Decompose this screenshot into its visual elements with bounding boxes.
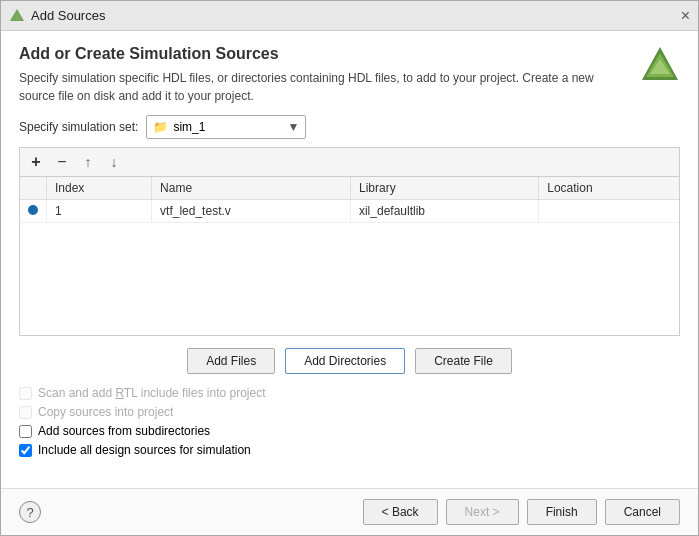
- table-row[interactable]: 1 vtf_led_test.v xil_defaultlib: [20, 200, 679, 223]
- include-design-row: Include all design sources for simulatio…: [19, 443, 680, 457]
- page-description: Specify simulation specific HDL files, o…: [19, 69, 630, 105]
- col-dot: [20, 177, 47, 200]
- cancel-button[interactable]: Cancel: [605, 499, 680, 525]
- checkboxes-section: Scan and add RTL include files into proj…: [19, 386, 680, 457]
- sim-set-value: sim_1: [173, 120, 279, 134]
- footer-right: < Back Next > Finish Cancel: [363, 499, 680, 525]
- footer: ? < Back Next > Finish Cancel: [1, 488, 698, 535]
- col-library: Library: [350, 177, 538, 200]
- content-area: Add or Create Simulation Sources Specify…: [1, 31, 698, 488]
- add-subdirs-row: Add sources from subdirectories: [19, 424, 680, 438]
- action-buttons-row: Add Files Add Directories Create File: [19, 348, 680, 374]
- sim-set-row: Specify simulation set: 📁 sim_1 ▼: [19, 115, 680, 139]
- move-down-button[interactable]: ↓: [102, 151, 126, 173]
- main-window: Add Sources × Add or Create Simulation S…: [0, 0, 699, 536]
- copy-sources-checkbox[interactable]: [19, 406, 32, 419]
- table-header-row: Index Name Library Location: [20, 177, 679, 200]
- copy-sources-label: Copy sources into project: [38, 405, 173, 419]
- sources-table: Index Name Library Location 1 vtf_led_te…: [20, 177, 679, 223]
- window-title: Add Sources: [31, 8, 681, 23]
- next-button[interactable]: Next >: [446, 499, 519, 525]
- add-files-button[interactable]: Add Files: [187, 348, 275, 374]
- toolbar: + − ↑ ↓: [19, 147, 680, 176]
- add-subdirs-label: Add sources from subdirectories: [38, 424, 210, 438]
- folder-icon: 📁: [153, 120, 168, 134]
- back-button[interactable]: < Back: [363, 499, 438, 525]
- create-file-button[interactable]: Create File: [415, 348, 512, 374]
- scan-rtl-row: Scan and add RTL include files into proj…: [19, 386, 680, 400]
- header-text: Add or Create Simulation Sources Specify…: [19, 45, 630, 105]
- add-directories-button[interactable]: Add Directories: [285, 348, 405, 374]
- add-row-button[interactable]: +: [24, 151, 48, 173]
- logo-icon: [640, 45, 680, 85]
- copy-sources-row: Copy sources into project: [19, 405, 680, 419]
- row-index: 1: [47, 200, 152, 223]
- help-button[interactable]: ?: [19, 501, 41, 523]
- scan-rtl-checkbox[interactable]: [19, 387, 32, 400]
- header-section: Add or Create Simulation Sources Specify…: [19, 45, 680, 105]
- sources-table-container: Index Name Library Location 1 vtf_led_te…: [19, 176, 680, 336]
- sim-set-label: Specify simulation set:: [19, 120, 138, 134]
- row-location: [539, 200, 679, 223]
- add-subdirs-checkbox[interactable]: [19, 425, 32, 438]
- page-title: Add or Create Simulation Sources: [19, 45, 630, 63]
- row-library: xil_defaultlib: [350, 200, 538, 223]
- remove-row-button[interactable]: −: [50, 151, 74, 173]
- scan-rtl-label: Scan and add RTL include files into proj…: [38, 386, 266, 400]
- title-bar: Add Sources ×: [1, 1, 698, 31]
- row-name: vtf_led_test.v: [152, 200, 351, 223]
- move-up-button[interactable]: ↑: [76, 151, 100, 173]
- footer-left: ?: [19, 501, 41, 523]
- active-dot: [28, 205, 38, 215]
- close-button[interactable]: ×: [681, 8, 690, 24]
- col-location: Location: [539, 177, 679, 200]
- app-icon: [9, 8, 25, 24]
- include-design-checkbox[interactable]: [19, 444, 32, 457]
- table-body: 1 vtf_led_test.v xil_defaultlib: [20, 200, 679, 223]
- sim-set-dropdown[interactable]: 📁 sim_1 ▼: [146, 115, 306, 139]
- finish-button[interactable]: Finish: [527, 499, 597, 525]
- dropdown-arrow-icon: ▼: [288, 120, 300, 134]
- col-name: Name: [152, 177, 351, 200]
- row-dot-cell: [20, 200, 47, 223]
- col-index: Index: [47, 177, 152, 200]
- include-design-label: Include all design sources for simulatio…: [38, 443, 251, 457]
